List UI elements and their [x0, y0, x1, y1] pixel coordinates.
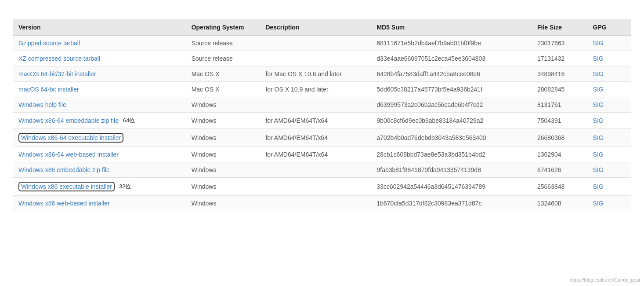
gpg-sig-link[interactable]: SIG — [593, 134, 604, 141]
version-link[interactable]: Windows x86 web-based installer — [18, 200, 110, 207]
cell-filesize: 7504391 — [532, 113, 588, 129]
version-link[interactable]: XZ compressed source tarball — [18, 55, 100, 62]
cell-os: Windows — [186, 162, 260, 178]
col-header-version: Version — [13, 19, 186, 36]
cell-filesize: 28082845 — [532, 82, 588, 97]
gpg-sig-link[interactable]: SIG — [593, 166, 604, 173]
gpg-sig-link[interactable]: SIG — [593, 40, 604, 47]
cell-description: for AMD64/EM64T/x64 — [260, 113, 371, 129]
cell-filesize: 6741626 — [532, 162, 588, 178]
cell-filesize: 8131761 — [532, 97, 588, 113]
version-link[interactable]: Windows x86 executable installer — [18, 182, 115, 191]
cell-gpg: SIG — [588, 51, 631, 66]
cell-gpg: SIG — [588, 97, 631, 113]
cell-version: Windows help file — [13, 97, 186, 113]
cell-os: Mac OS X — [186, 66, 260, 82]
cell-description: for Mac OS X 10.6 and later — [260, 66, 371, 82]
cell-gpg: SIG — [588, 66, 631, 82]
gpg-sig-link[interactable]: SIG — [593, 117, 604, 124]
table-row: XZ compressed source tarballSource relea… — [13, 51, 631, 66]
cell-gpg: SIG — [588, 196, 631, 211]
gpg-sig-link[interactable]: SIG — [593, 183, 604, 190]
cell-os: Windows — [186, 113, 260, 129]
table-body: Gzipped source tarballSource release6811… — [13, 36, 631, 211]
cell-md5: 5dd605c38217a45773bf5e4a936b241f — [371, 82, 532, 97]
cell-filesize: 25663848 — [532, 178, 588, 196]
cell-md5: 6428b4fa7583daff1a442cba8cee08e6 — [371, 66, 532, 82]
col-header-description: Description — [260, 19, 371, 36]
cell-version: Windows x86-64 executable installer — [13, 129, 186, 147]
gpg-sig-link[interactable]: SIG — [593, 86, 604, 93]
cell-version: Gzipped source tarball — [13, 36, 186, 51]
cell-version: XZ compressed source tarball — [13, 51, 186, 66]
cell-os: Windows — [186, 178, 260, 196]
cell-os: Windows — [186, 196, 260, 211]
table-row: Windows x86 web-based installerWindows1b… — [13, 196, 631, 211]
cell-gpg: SIG — [588, 113, 631, 129]
table-row: Windows x86 embeddable zip fileWindows9f… — [13, 162, 631, 178]
cell-md5: a702b4b0ad76debdb3043a583e563400 — [371, 129, 532, 147]
cell-os: Windows — [186, 129, 260, 147]
cell-version: Windows x86-64 web-based installer — [13, 147, 186, 162]
cell-md5: 28cb1c608bbd73ae8e53a3bd351b4bd2 — [371, 147, 532, 162]
table-row: Windows x86 executable installer32位Windo… — [13, 178, 631, 196]
cell-description — [260, 97, 371, 113]
cell-version: macOS 64-bit/32-bit installer — [13, 66, 186, 82]
cell-filesize: 17131432 — [532, 51, 588, 66]
table-row: Windows x86-64 embeddable zip file64位Win… — [13, 113, 631, 129]
cell-version: macOS 64-bit installer — [13, 82, 186, 97]
gpg-sig-link[interactable]: SIG — [593, 55, 604, 62]
cell-md5: 33cc602942a54446a3d6451476394789 — [371, 178, 532, 196]
table-row: Windows x86-64 executable installerWindo… — [13, 129, 631, 147]
cell-description — [260, 162, 371, 178]
cell-description: for AMD64/EM64T/x64 — [260, 147, 371, 162]
version-link[interactable]: macOS 64-bit installer — [18, 86, 79, 93]
version-link[interactable]: Gzipped source tarball — [18, 40, 80, 47]
cell-filesize: 1324608 — [532, 196, 588, 211]
version-badge: 32位 — [119, 183, 131, 191]
table-row: Windows help fileWindowsd63999573a2c06b2… — [13, 97, 631, 113]
table-row: macOS 64-bit/32-bit installerMac OS Xfor… — [13, 66, 631, 82]
gpg-sig-link[interactable]: SIG — [593, 101, 604, 108]
cell-description — [260, 196, 371, 211]
cell-os: Windows — [186, 147, 260, 162]
version-link[interactable]: Windows x86 embeddable zip file — [18, 166, 110, 173]
table-row: Windows x86-64 web-based installerWindow… — [13, 147, 631, 162]
cell-filesize: 23017663 — [532, 36, 588, 51]
cell-description: for OS X 10.9 and later — [260, 82, 371, 97]
cell-description: for AMD64/EM64T/x64 — [260, 129, 371, 147]
cell-os: Source release — [186, 36, 260, 51]
version-link[interactable]: macOS 64-bit/32-bit installer — [18, 70, 96, 77]
version-badge: 64位 — [123, 117, 135, 125]
version-link[interactable]: Windows help file — [18, 101, 66, 108]
cell-filesize: 34898416 — [532, 66, 588, 82]
cell-md5: d63999573a2c06b2ac56cade6b4f7cd2 — [371, 97, 532, 113]
cell-gpg: SIG — [588, 82, 631, 97]
gpg-sig-link[interactable]: SIG — [593, 200, 604, 207]
table-row: Gzipped source tarballSource release6811… — [13, 36, 631, 51]
cell-gpg: SIG — [588, 129, 631, 147]
version-link[interactable]: Windows x86-64 executable installer — [18, 133, 123, 143]
version-link[interactable]: Windows x86-64 web-based installer — [18, 151, 119, 158]
cell-gpg: SIG — [588, 147, 631, 162]
table-row: macOS 64-bit installerMac OS Xfor OS X 1… — [13, 82, 631, 97]
cell-os: Mac OS X — [186, 82, 260, 97]
cell-gpg: SIG — [588, 178, 631, 196]
col-header-md5: MD5 Sum — [371, 19, 532, 36]
cell-gpg: SIG — [588, 162, 631, 178]
cell-os: Source release — [186, 51, 260, 66]
files-table: Version Operating System Description MD5… — [13, 19, 631, 211]
gpg-sig-link[interactable]: SIG — [593, 70, 604, 77]
col-header-os: Operating System — [186, 19, 260, 36]
cell-description — [260, 178, 371, 196]
cell-os: Windows — [186, 97, 260, 113]
col-header-gpg: GPG — [588, 19, 631, 36]
cell-md5: d33e4aae66097051c2eca45ee3604803 — [371, 51, 532, 66]
cell-description — [260, 36, 371, 51]
cell-md5: 1b670cfa5d317df82c30983ea371d87c — [371, 196, 532, 211]
version-link[interactable]: Windows x86-64 embeddable zip file — [18, 117, 119, 124]
gpg-sig-link[interactable]: SIG — [593, 151, 604, 158]
table-header: Version Operating System Description MD5… — [13, 19, 631, 36]
cell-version: Windows x86-64 embeddable zip file64位 — [13, 113, 186, 129]
col-header-filesize: File Size — [532, 19, 588, 36]
